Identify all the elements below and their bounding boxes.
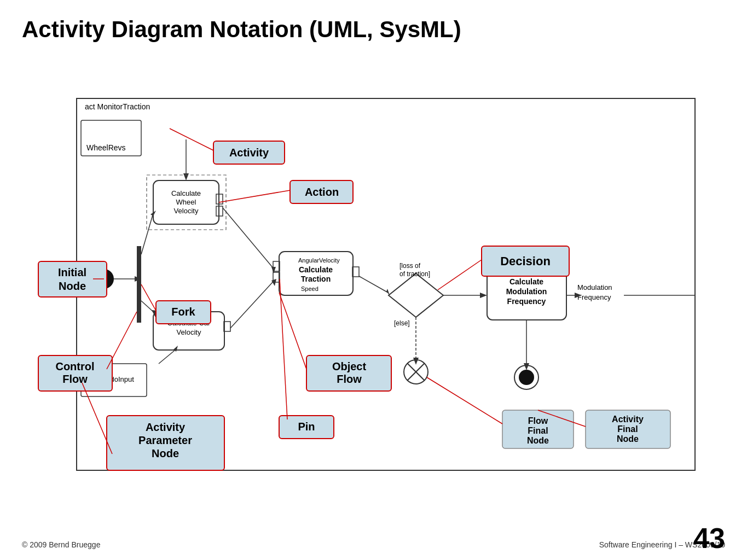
svg-line-44: [427, 377, 502, 424]
act-final-label2: Final: [617, 424, 638, 434]
svg-line-60: [438, 260, 482, 290]
loss-traction-label: [loss of: [399, 262, 421, 270]
init-node-anno-label: Initial: [58, 266, 86, 278]
mod-freq-out-label: Modulation: [577, 283, 612, 291]
footer-left: © 2009 Bernd Bruegge: [22, 540, 100, 549]
svg-line-18: [159, 350, 175, 364]
act-label: act MonitorTraction: [85, 102, 150, 111]
apn-anno-label: Activity: [146, 421, 186, 433]
obj-flow-anno-label: Object: [332, 360, 367, 372]
svg-line-26: [230, 282, 273, 328]
svg-marker-29: [386, 289, 390, 295]
flow-final-label2: Final: [528, 426, 548, 435]
angular-vel-label: AngularVelocity: [298, 257, 340, 264]
ctrl-flow-anno-label: Control: [55, 360, 94, 372]
page-title: Activity Diagram Notation (UML, SysML): [0, 0, 747, 48]
flow-final-label: Flow: [528, 416, 548, 425]
ctrl-flow-anno-label2: Flow: [62, 373, 88, 385]
svg-line-54: [141, 284, 156, 311]
page-number: 43: [693, 522, 725, 555]
obj-flow-anno-label2: Flow: [337, 373, 362, 385]
calc-traction-label: Calculate: [299, 265, 333, 274]
act-final-label: Activity: [612, 415, 644, 424]
calc-mod-freq-label3: Frequency: [507, 297, 546, 306]
svg-line-28: [359, 276, 388, 293]
decision-diamond: [389, 273, 443, 317]
apn-anno-label3: Node: [152, 447, 179, 459]
calc-wheel-vel-label: Calculate: [171, 189, 201, 197]
calc-wheel-vel-label2: Wheel: [176, 198, 196, 206]
svg-line-11: [141, 213, 153, 254]
action-anno-label: Action: [305, 186, 339, 198]
fork-anno-label: Fork: [171, 306, 195, 318]
svg-marker-40: [524, 363, 529, 370]
calc-mod-freq-label: Calculate: [509, 277, 543, 286]
svg-line-64: [280, 279, 287, 419]
activity-anno-label: Activity: [229, 147, 269, 159]
svg-line-50: [219, 190, 290, 202]
init-node-anno-label2: Node: [59, 280, 86, 292]
pin-anno-label: Pin: [298, 421, 315, 433]
diagram-area: act MonitorTraction WheelRevs Calculate …: [22, 66, 722, 520]
apn-anno-label2: Parameter: [138, 434, 192, 446]
calc-mod-freq-label2: Modulation: [506, 287, 547, 296]
flow-final-label3: Node: [527, 436, 549, 445]
mod-freq-out-label2: Frequency: [577, 293, 611, 301]
svg-line-48: [170, 129, 213, 150]
decision-anno-label: Decision: [500, 254, 551, 268]
calc-car-vel-label2: Velocity: [177, 328, 201, 336]
svg-rect-8: [137, 246, 141, 323]
else-label: [else]: [394, 319, 410, 327]
calc-wheel-vel-label3: Velocity: [174, 207, 199, 215]
speed-label: Speed: [301, 285, 319, 292]
svg-marker-38: [413, 358, 419, 365]
act-final-label3: Node: [617, 434, 639, 444]
svg-line-24: [223, 208, 273, 268]
of-traction-label: of traction]: [399, 270, 430, 278]
activity-final-inner: [519, 370, 534, 385]
svg-marker-3: [183, 173, 189, 180]
wheel-revs-label: WheelRevs: [86, 143, 126, 152]
svg-marker-31: [480, 293, 487, 298]
svg-line-58: [279, 293, 306, 369]
svg-line-56: [107, 312, 137, 369]
calc-traction-label2: Traction: [301, 275, 331, 283]
